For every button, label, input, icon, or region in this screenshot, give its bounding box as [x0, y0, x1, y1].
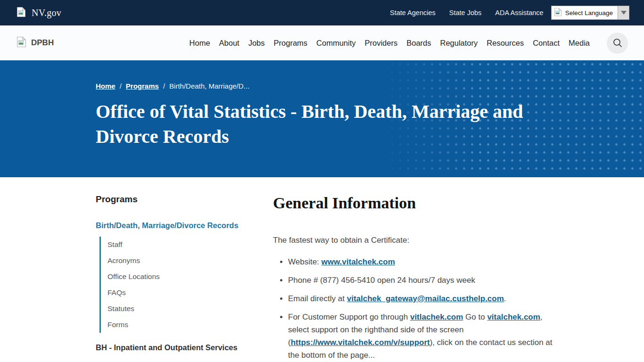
broken-image-icon: [17, 7, 26, 19]
sidebar-item-statutes[interactable]: Statutes: [107, 301, 273, 317]
bullet-phone: Phone # (877) 456-5410 open 24 hours/7 d…: [288, 274, 556, 287]
language-dropdown-button[interactable]: [618, 6, 629, 19]
content-link[interactable]: vitalchek.com: [487, 313, 540, 321]
nvgov-logo[interactable]: NV.gov: [17, 7, 61, 19]
info-bullet-list: Website: www.vitalchek.com Phone # (877)…: [273, 255, 556, 362]
breadcrumb-home[interactable]: Home: [96, 82, 116, 90]
state-jobs-link[interactable]: State Jobs: [449, 9, 482, 16]
dpbh-brand-text: DPBH: [31, 38, 54, 48]
content-link[interactable]: vitlachek.com: [410, 313, 463, 321]
nav-item-home[interactable]: Home: [190, 39, 210, 48]
ada-assistance-link[interactable]: ADA Assistance: [495, 9, 543, 16]
main-nav-menu: Home About Jobs Programs Community Provi…: [190, 39, 590, 48]
chevron-down-icon: [621, 11, 627, 15]
broken-image-icon: [17, 36, 26, 49]
page-title: Office of Vital Statistics - Birth, Deat…: [96, 99, 567, 149]
nav-item-programs[interactable]: Programs: [274, 39, 308, 48]
nav-item-providers[interactable]: Providers: [365, 39, 398, 48]
nav-item-community[interactable]: Community: [316, 39, 355, 48]
utility-links: State Agencies State Jobs ADA Assistance: [390, 9, 544, 16]
translate-image-icon: [554, 8, 562, 18]
nav-item-contact[interactable]: Contact: [533, 39, 560, 48]
nav-item-regulatory[interactable]: Regulatory: [440, 39, 478, 48]
sidebar: Programs Birth/Death, Marriage/Divorce R…: [96, 194, 273, 362]
utility-bar: NV.gov State Agencies State Jobs ADA Ass…: [0, 0, 644, 25]
bullet-customer-support: For Customer Support go through vitlache…: [288, 311, 556, 362]
nav-item-jobs[interactable]: Jobs: [248, 39, 265, 48]
nvgov-brand-text: NV.gov: [32, 8, 61, 18]
bullet-email: Email directly at vitalchek_gateway@mail…: [288, 292, 556, 305]
nav-item-resources[interactable]: Resources: [487, 39, 524, 48]
bullet-website: Website: www.vitalchek.com: [288, 255, 556, 268]
sidebar-sublist: Staff Acronyms Office Locations FAQs Sta…: [99, 237, 273, 333]
hero-banner: Home / Programs / Birth/Death, Marriage/…: [0, 60, 644, 177]
sidebar-item-forms[interactable]: Forms: [107, 317, 273, 333]
breadcrumb-current: Birth/Death, Marriage/D...: [169, 82, 249, 90]
section-heading: General Information: [273, 194, 556, 212]
select-language-dropdown[interactable]: Select Language: [551, 6, 629, 20]
intro-text: The fastest way to obtain a Certificate:: [273, 236, 556, 245]
sidebar-heading: Programs: [96, 194, 273, 205]
search-button[interactable]: [607, 33, 628, 54]
sidebar-item-acronyms[interactable]: Acronyms: [107, 253, 273, 269]
content-area: Programs Birth/Death, Marriage/Divorce R…: [0, 177, 644, 362]
main-navbar: DPBH Home About Jobs Programs Community …: [0, 25, 644, 60]
breadcrumb-separator: /: [163, 82, 165, 90]
content-link[interactable]: https://www.vitalchek.com/v/support: [291, 338, 430, 347]
content-link[interactable]: www.vitalchek.com: [322, 257, 395, 266]
breadcrumb-separator: /: [120, 82, 122, 90]
nav-item-media[interactable]: Media: [569, 39, 590, 48]
sidebar-item-office-locations[interactable]: Office Locations: [107, 269, 273, 285]
breadcrumb: Home / Programs / Birth/Death, Marriage/…: [96, 82, 644, 90]
search-icon: [612, 38, 623, 48]
main-content: General Information The fastest way to o…: [273, 194, 556, 362]
sidebar-item-birth-death-records[interactable]: Birth/Death, Marriage/Divorce Records: [96, 221, 273, 230]
select-language-label: Select Language: [562, 9, 618, 16]
content-link[interactable]: vitalchek_gateway@mailac.custhelp.com: [347, 294, 504, 303]
nav-item-boards[interactable]: Boards: [406, 39, 431, 48]
sidebar-item-staff[interactable]: Staff: [107, 237, 273, 253]
nav-item-about[interactable]: About: [219, 39, 239, 48]
sidebar-item-faqs[interactable]: FAQs: [107, 285, 273, 301]
breadcrumb-programs[interactable]: Programs: [126, 82, 159, 90]
state-agencies-link[interactable]: State Agencies: [390, 9, 436, 16]
dpbh-logo[interactable]: DPBH: [17, 36, 54, 49]
sidebar-item-bh-services[interactable]: BH - Inpatient and Outpatient Services: [96, 343, 273, 352]
